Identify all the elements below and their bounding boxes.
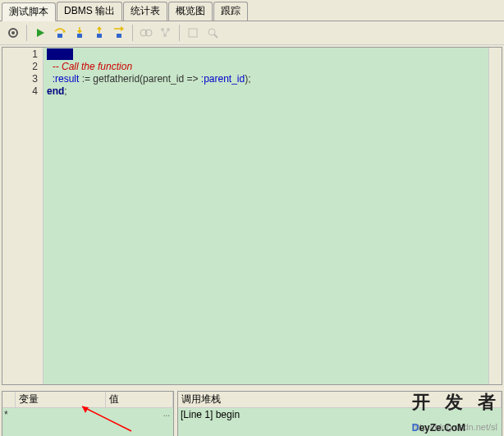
row-indicator-col — [2, 392, 16, 407]
svg-marker-7 — [77, 30, 82, 34]
code-editor[interactable]: begin -- Call the function :result := ge… — [44, 48, 488, 384]
svg-point-21 — [208, 29, 215, 35]
callstack-panel: 调用堆栈 [Line 1] begin — [177, 391, 502, 436]
svg-point-14 — [145, 30, 152, 36]
svg-line-19 — [165, 30, 168, 35]
tab-overview[interactable]: 概览图 — [168, 2, 213, 21]
svg-rect-8 — [97, 34, 102, 38]
code-bind-var: :result — [53, 73, 80, 85]
svg-point-1 — [11, 31, 15, 34]
tab-statistics[interactable]: 统计表 — [123, 2, 167, 21]
step-into-button[interactable] — [71, 24, 89, 42]
line-gutter: 1 2 3 4 — [2, 48, 44, 384]
gear-icon[interactable] — [4, 24, 22, 42]
bottom-pane: 变量 值 * ... 调用堆栈 [Line 1] begin — [2, 391, 502, 436]
callstack-header: 调用堆栈 — [178, 392, 502, 408]
tab-test-script[interactable]: 测试脚本 — [2, 2, 56, 21]
variables-body[interactable]: * ... — [2, 408, 173, 436]
svg-line-22 — [214, 34, 218, 38]
callstack-body[interactable]: [Line 1] begin — [178, 408, 502, 436]
separator — [132, 25, 133, 41]
code-keyword: begin — [47, 48, 73, 60]
step-out-button[interactable] — [90, 24, 108, 42]
svg-rect-11 — [117, 34, 121, 38]
vertical-scrollbar[interactable] — [488, 48, 502, 384]
run-button[interactable] — [31, 24, 49, 42]
line-number: 2 — [2, 61, 38, 73]
column-header-callstack: 调用堆栈 — [178, 392, 502, 407]
svg-marker-10 — [97, 26, 102, 30]
call-tree-icon[interactable] — [157, 24, 175, 42]
editor-pane: 1 2 3 4 begin -- Call the function :resu… — [2, 47, 502, 385]
svg-rect-3 — [57, 34, 62, 38]
tab-dbms-output[interactable]: DBMS 输出 — [57, 2, 122, 21]
code-text: ); — [245, 73, 250, 85]
column-header-variable[interactable]: 变量 — [16, 392, 106, 407]
line-number: 1 — [2, 48, 38, 61]
tab-bar: 测试脚本 DBMS 输出 统计表 概览图 跟踪 — [0, 0, 504, 21]
zoom-icon[interactable] — [204, 24, 222, 42]
ellipsis-button[interactable]: ... — [163, 409, 170, 418]
current-row-marker: * — [4, 409, 8, 420]
step-over-button[interactable] — [51, 24, 69, 42]
variables-panel: 变量 值 * ... — [2, 391, 174, 436]
code-bind-var: :parent_id — [201, 73, 245, 85]
main-area: 1 2 3 4 begin -- Call the function :resu… — [0, 45, 504, 436]
variables-header: 变量 值 — [2, 392, 173, 408]
separator — [179, 25, 180, 41]
line-number: 3 — [2, 73, 38, 85]
toolbar — [0, 21, 504, 45]
line-number: 4 — [2, 85, 38, 98]
watch-icon[interactable] — [137, 24, 155, 42]
separator — [26, 25, 27, 41]
code-comment: -- Call the function — [53, 61, 132, 72]
code-text: := getfatherid(parent_id => — [79, 73, 200, 85]
search-icon[interactable] — [184, 24, 202, 42]
svg-rect-20 — [189, 29, 197, 37]
callstack-line: [Line 1] begin — [181, 409, 240, 420]
svg-marker-12 — [121, 26, 124, 31]
column-header-value[interactable]: 值 — [106, 392, 173, 407]
code-text: ; — [64, 85, 66, 97]
tab-trace[interactable]: 跟踪 — [213, 2, 248, 21]
run-to-cursor-button[interactable] — [110, 24, 128, 42]
svg-rect-5 — [77, 34, 82, 38]
code-keyword: end — [47, 85, 64, 97]
svg-marker-2 — [37, 29, 44, 37]
